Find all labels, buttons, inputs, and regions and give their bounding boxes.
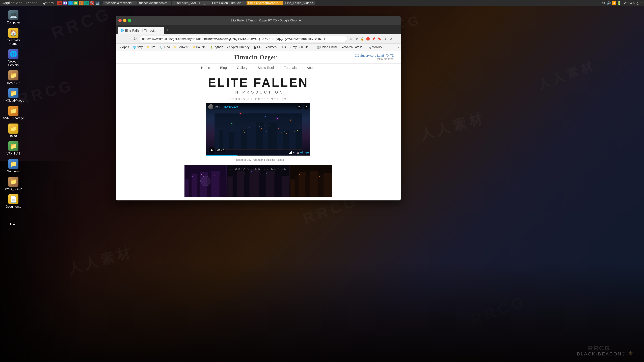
taskbar-icon-6[interactable]: ⚙ bbox=[84, 1, 89, 5]
bookmark-crypto[interactable]: ₿ cryptoCurrency bbox=[226, 45, 251, 50]
extension-icon-2[interactable]: 📌 bbox=[371, 36, 376, 41]
desktop-icon-nvme[interactable]: 📁 NVME_Storage bbox=[2, 104, 25, 121]
desktop-icon-work-bckp[interactable]: 📁 Work_BCKP bbox=[2, 175, 25, 192]
vimeo-settings-icon[interactable]: ⚙ bbox=[293, 151, 295, 154]
bookmark-cg[interactable]: 🎬 CG bbox=[252, 45, 263, 50]
bookmark-mobility[interactable]: 🚗 Mobility bbox=[366, 45, 384, 50]
window-controls bbox=[118, 19, 131, 22]
vimeo-from-text: from bbox=[215, 105, 220, 108]
nav-about[interactable]: About bbox=[307, 66, 316, 70]
taskbar-icon-4[interactable]: 📁 bbox=[74, 1, 78, 5]
bookmark-office[interactable]: 🏢 Office Online bbox=[315, 45, 340, 50]
svg-rect-23 bbox=[238, 131, 238, 132]
desktop-icon-vfx-nas[interactable]: 📁 VFX_NAS bbox=[2, 140, 25, 157]
bookmark-vimeo-label: Vimeo bbox=[268, 45, 277, 49]
bookmark-crypto-favicon: ₿ bbox=[227, 46, 228, 49]
vimeo-caption: Procedural City Parametric Building Asse… bbox=[233, 158, 284, 161]
taskbar-icon-7[interactable]: 🔧 bbox=[90, 1, 94, 5]
desktop-icon-backup[interactable]: 📁 BACKUP bbox=[2, 69, 25, 86]
window-close-button[interactable] bbox=[118, 19, 122, 22]
taskbar-app-recorder[interactable]: SimpleScreenRecord... bbox=[246, 1, 282, 5]
bookmark-fb[interactable]: f FB bbox=[279, 45, 288, 50]
network-icon-label: Network Servers bbox=[3, 60, 24, 67]
tray-icon-2[interactable]: 📶 bbox=[612, 1, 616, 5]
window-maximize-button[interactable] bbox=[128, 19, 131, 22]
back-button[interactable]: ← bbox=[118, 36, 124, 42]
shield-icon[interactable]: 🔒 bbox=[360, 36, 364, 41]
tray-icon-3[interactable]: 🔋 bbox=[617, 1, 621, 5]
bookmark-nety[interactable]: 🌐 Nety bbox=[131, 45, 144, 50]
bookmark-python[interactable]: 🐍 Python bbox=[208, 45, 225, 50]
desktop-icon-trash[interactable]: 🗑 Trash bbox=[2, 211, 25, 228]
taskbar-icon-3[interactable]: 🌐 bbox=[68, 1, 73, 5]
chrome-menu-icon[interactable]: ⋮ bbox=[394, 36, 399, 41]
vimeo-fullscreen-icon[interactable]: ⊞ bbox=[297, 151, 299, 154]
bookmark-cuda[interactable]: 🔧 Cuda bbox=[158, 45, 172, 50]
vimeo-from-name[interactable]: Timucin Ozger bbox=[221, 105, 239, 108]
second-video[interactable]: STUDIO ORIENTED SERIES bbox=[184, 165, 332, 197]
tab-close-active[interactable]: ✕ bbox=[159, 29, 162, 32]
browser-tab-active[interactable]: 🌐 Elite Fallen | Timuci... ✕ bbox=[118, 27, 164, 34]
svg-rect-42 bbox=[291, 127, 291, 127]
work-bckp-icon-img: 📁 bbox=[8, 177, 18, 187]
desktop-icon-cloud-videos[interactable]: 📁 myCloudVideos bbox=[2, 87, 25, 104]
taskbar-app-elite-master[interactable]: EliteFallen_MASTER_... bbox=[172, 1, 210, 5]
extension-icon-1[interactable]: 🔴 bbox=[366, 36, 370, 41]
taskbar-icon-2[interactable]: 📧 bbox=[63, 1, 68, 5]
vimeo-share-icon[interactable]: ↗ bbox=[304, 104, 309, 110]
svg-rect-59 bbox=[194, 179, 194, 179]
svg-rect-62 bbox=[212, 173, 213, 173]
vimeo-player[interactable]: T from Timucin Ozger ⏱ ↗ ▶ 01:46 bbox=[206, 103, 310, 156]
home-icon-img: 🏠 bbox=[8, 28, 18, 38]
bookmarks-more-icon[interactable]: › bbox=[398, 45, 399, 49]
nav-home[interactable]: Home bbox=[201, 66, 210, 70]
taskbar-clock: Sat 24 Aug, 1: bbox=[623, 1, 643, 5]
vimeo-watch-later-icon[interactable]: ⏱ bbox=[297, 104, 302, 110]
studio-series-label: STUDIO ORIENTED SERIES bbox=[230, 98, 287, 101]
svg-rect-19 bbox=[226, 132, 226, 132]
bookmark-vimeo[interactable]: ▶ Vimeo bbox=[264, 45, 278, 50]
bookmark-star-icon[interactable]: ☆ bbox=[348, 36, 353, 41]
vimeo-progress-bar[interactable] bbox=[206, 155, 310, 156]
taskbar-icon-5[interactable]: 🎵 bbox=[79, 1, 84, 5]
tray-icon-1[interactable]: 🔊 bbox=[607, 1, 611, 5]
site-nav: Home Blog Gallery Show Reel Tutorials Ab… bbox=[116, 63, 401, 72]
nav-blog[interactable]: Blog bbox=[220, 66, 227, 70]
bookmark-tim[interactable]: 📁 Tim bbox=[145, 45, 157, 50]
bookmark-apps[interactable]: ⊞ Apps bbox=[118, 45, 131, 50]
steam-icon[interactable]: ⚙ bbox=[602, 1, 606, 5]
desktop-icon-documents[interactable]: 📄 Documents bbox=[2, 193, 25, 210]
forward-button[interactable]: → bbox=[125, 36, 131, 42]
menu-applications[interactable]: Applications bbox=[1, 0, 23, 5]
nav-showreel[interactable]: Show Reel bbox=[258, 66, 274, 70]
address-input[interactable] bbox=[139, 36, 347, 42]
window-minimize-button[interactable] bbox=[123, 19, 126, 22]
refresh-addr-icon[interactable]: ↻ bbox=[354, 36, 359, 41]
desktop-icon-computer[interactable]: 💻 Computer bbox=[2, 9, 25, 26]
refresh-button[interactable]: ↻ bbox=[132, 36, 138, 42]
vimeo-logo: vimeo bbox=[300, 151, 309, 154]
menu-system[interactable]: System bbox=[40, 0, 55, 5]
bookmark-sunlife[interactable]: ☀ my Sun Life |... bbox=[288, 45, 314, 50]
desktop-icon-raid0[interactable]: 📁 raid0 bbox=[2, 122, 25, 139]
desktop-icon-home[interactable]: 🏠 tricecold's Home bbox=[2, 26, 25, 47]
desktop-icon-windows[interactable]: 📁 Windows bbox=[2, 158, 25, 175]
taskbar-app-videos[interactable]: Elite_Fallen_Videos bbox=[283, 1, 315, 5]
extension-icon-4[interactable]: ⬇ bbox=[383, 36, 388, 41]
bookmark-houdini[interactable]: 📁 Houdini bbox=[191, 45, 208, 50]
nav-gallery[interactable]: Gallery bbox=[237, 66, 248, 70]
bookmark-forrent[interactable]: 📁 ForRent bbox=[172, 45, 190, 50]
new-tab-button[interactable]: + bbox=[165, 27, 170, 33]
menu-places[interactable]: Places bbox=[25, 0, 38, 5]
bookmark-watch[interactable]: ▶ Watch Latest... bbox=[340, 45, 366, 50]
taskbar-app-browser[interactable]: Elite Fallen | Timucin... bbox=[210, 1, 246, 5]
taskbar-icon-8[interactable]: 💻 bbox=[95, 1, 100, 5]
desktop-icon-network[interactable]: 🌐 Network Servers bbox=[2, 48, 25, 68]
nav-tutorials[interactable]: Tutorials bbox=[284, 66, 297, 70]
taskbar-app-terminal2[interactable]: tricecold@tricecold:... bbox=[138, 1, 172, 5]
svg-rect-24 bbox=[243, 130, 244, 131]
extension-icon-3[interactable]: 🔖 bbox=[377, 36, 382, 41]
taskbar-icon-1[interactable]: 🖥 bbox=[57, 1, 62, 5]
extension-icon-5[interactable]: ⚙ bbox=[388, 36, 393, 41]
taskbar-app-terminal1[interactable]: tricecold@tricecold:... bbox=[103, 1, 137, 5]
